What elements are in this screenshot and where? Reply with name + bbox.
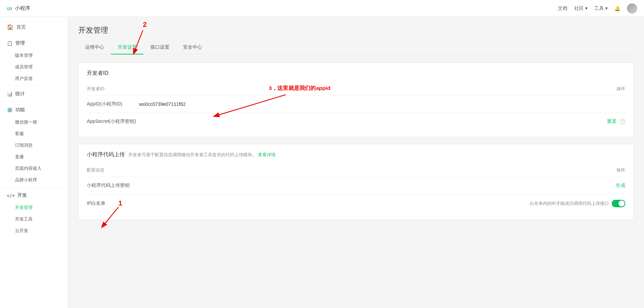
stats-icon: 📊 <box>7 91 13 97</box>
appid-label: AppID(小程序ID) <box>87 101 122 107</box>
notification-bell[interactable]: 🔔 <box>614 6 620 11</box>
sidebar-item-dev-management[interactable]: 开发管理 <box>0 202 68 213</box>
developer-id-card: 开发者ID 开发者ID 操作 AppID(小程序ID) wx0cc0739e07… <box>78 63 634 137</box>
developer-id-header-label: 开发者ID <box>87 86 104 92</box>
sidebar-stats-label: 统计 <box>15 91 25 97</box>
appsecret-help-icon[interactable]: ? <box>620 119 625 124</box>
sidebar-item-customer-service[interactable]: 客服 <box>0 128 68 140</box>
sidebar-group-manage: 📋 管理 版本管理 成员管理 用户反馈 <box>0 37 68 84</box>
sidebar-group-dev: </> 开发 开发管理 开发工具 云开发 <box>0 189 68 237</box>
sidebar-item-version[interactable]: 版本管理 <box>0 50 68 61</box>
tab-dev-settings[interactable]: 开发设置 <box>111 41 144 54</box>
avatar[interactable] <box>627 3 637 14</box>
code-upload-subtitle-text: 开发者可基于配置信息调用微信开发者工具提供的代码上传模块。 <box>128 152 257 157</box>
tab-api-settings[interactable]: 接口设置 <box>144 41 176 54</box>
sidebar-item-members[interactable]: 成员管理 <box>0 61 68 73</box>
code-upload-card: 小程序代码上传 开发者可基于配置信息调用微信开发者工具提供的代码上传模块。 查看… <box>78 144 634 220</box>
sidebar-item-cloud-dev[interactable]: 云开发 <box>0 225 68 237</box>
appid-row-left: AppID(小程序ID) wx0cc0739e07111f62 <box>87 101 185 107</box>
sidebar-dev-label: 开发 <box>17 192 27 198</box>
topnav-right: 文档 社区 ▾ 工具 ▾ 🔔 <box>558 3 637 14</box>
upload-key-label: 小程序代码上传密钥 <box>87 182 130 189</box>
tabs: 运维中心 开发设置 接口设置 安全中心 <box>78 41 634 54</box>
sidebar-parent-features[interactable]: ⚙️ 功能 <box>0 103 68 116</box>
avatar-image <box>627 3 637 14</box>
main-content: 开发管理 运维中心 开发设置 接口设置 安全中心 开发者ID 开发者ID 操作 … <box>68 17 644 235</box>
sidebar-parent-stats[interactable]: 📊 统计 <box>0 87 68 100</box>
appsecret-row: AppSecret(小程序密钥) 重置 ? <box>87 113 625 130</box>
ip-whitelist-toggle[interactable] <box>612 200 625 207</box>
manage-icon: 📋 <box>7 40 13 46</box>
sidebar-features-label: 功能 <box>15 107 25 113</box>
code-upload-title: 小程序代码上传 <box>87 151 125 158</box>
appid-value: wx0cc0739e07111f62 <box>139 101 185 107</box>
sidebar-item-dev-tools[interactable]: 开发工具 <box>0 213 68 225</box>
topnav: ∞ 小程序 文档 社区 ▾ 工具 ▾ 🔔 <box>0 0 644 17</box>
sidebar-group-features: ⚙️ 功能 微信搜一搜 客服 订阅消息 直播 页面内容接入 品牌小程序 <box>0 103 68 186</box>
code-upload-detail-link[interactable]: 查看详情 <box>258 152 276 157</box>
sidebar-item-brand[interactable]: 品牌小程序 <box>0 174 68 186</box>
tab-ops-center[interactable]: 运维中心 <box>78 41 111 54</box>
sidebar-parent-manage[interactable]: 📋 管理 <box>0 37 68 50</box>
appsecret-label: AppSecret(小程序密钥) <box>87 118 136 125</box>
toggle-thumb <box>618 200 625 207</box>
sidebar-divider-3 <box>0 102 68 102</box>
sidebar-divider-1 <box>0 35 68 35</box>
topnav-left: ∞ 小程序 <box>7 4 30 13</box>
developer-id-header-action: 操作 <box>616 86 625 92</box>
appsecret-row-left: AppSecret(小程序密钥) <box>87 118 136 125</box>
app-title: 小程序 <box>15 5 30 12</box>
appsecret-reset-button[interactable]: 重置 <box>607 118 616 125</box>
ip-whitelist-right: 白名单内的IP才能成功调用代码上传接口 <box>530 200 625 207</box>
appid-row: AppID(小程序ID) wx0cc0739e07111f62 <box>87 96 625 113</box>
code-upload-header: 小程序代码上传 开发者可基于配置信息调用微信开发者工具提供的代码上传模块。 查看… <box>87 151 625 158</box>
sidebar-item-wechat-search[interactable]: 微信搜一搜 <box>0 116 68 128</box>
sidebar-item-feedback[interactable]: 用户反馈 <box>0 73 68 84</box>
code-upload-header-action: 操作 <box>616 167 625 173</box>
sidebar-divider-2 <box>0 86 68 86</box>
home-icon: 🏠 <box>7 24 14 30</box>
code-upload-subtitle: 开发者可基于配置信息调用微信开发者工具提供的代码上传模块。 查看详情 <box>128 152 276 158</box>
sidebar-item-subscribe[interactable]: 订阅消息 <box>0 140 68 151</box>
tab-security[interactable]: 安全中心 <box>176 41 209 54</box>
app-body: 🏠 首页 📋 管理 版本管理 成员管理 用户反馈 📊 统计 ⚙️ <box>0 17 644 308</box>
docs-link[interactable]: 文档 <box>558 5 567 12</box>
sidebar-item-live[interactable]: 直播 <box>0 151 68 163</box>
upload-key-generate-button[interactable]: 生成 <box>616 182 625 189</box>
page-title: 开发管理 <box>78 25 634 35</box>
sidebar-group-stats: 📊 统计 <box>0 87 68 100</box>
dev-icon: </> <box>7 193 15 198</box>
sidebar: 🏠 首页 📋 管理 版本管理 成员管理 用户反馈 📊 统计 ⚙️ <box>0 17 68 308</box>
ip-whitelist-row: IP白名单 白名单内的IP才能成功调用代码上传接口 <box>87 194 625 213</box>
sidebar-divider-4 <box>0 187 68 188</box>
appsecret-action-area: 重置 ? <box>607 118 625 125</box>
ip-whitelist-desc: 白名单内的IP才能成功调用代码上传接口 <box>530 200 609 207</box>
upload-key-row: 小程序代码上传密钥 生成 <box>87 177 625 194</box>
community-link[interactable]: 社区 ▾ <box>574 5 588 12</box>
sidebar-item-page-content[interactable]: 页面内容接入 <box>0 163 68 174</box>
logo-icon: ∞ <box>7 4 12 13</box>
code-upload-header-label: 配置信息 <box>87 167 104 173</box>
features-icon: ⚙️ <box>7 107 13 113</box>
tools-link[interactable]: 工具 ▾ <box>594 5 608 12</box>
developer-id-title: 开发者ID <box>87 70 625 77</box>
toggle-track[interactable] <box>612 200 625 207</box>
main-wrapper: 开发管理 运维中心 开发设置 接口设置 安全中心 开发者ID 开发者ID 操作 … <box>68 17 644 308</box>
sidebar-home-label: 首页 <box>16 24 26 30</box>
code-upload-table-header: 配置信息 操作 <box>87 164 625 177</box>
ip-whitelist-label: IP白名单 <box>87 200 105 207</box>
developer-id-table-header: 开发者ID 操作 <box>87 82 625 96</box>
sidebar-manage-label: 管理 <box>15 40 25 46</box>
sidebar-parent-dev[interactable]: </> 开发 <box>0 189 68 202</box>
sidebar-item-home[interactable]: 🏠 首页 <box>0 20 68 34</box>
